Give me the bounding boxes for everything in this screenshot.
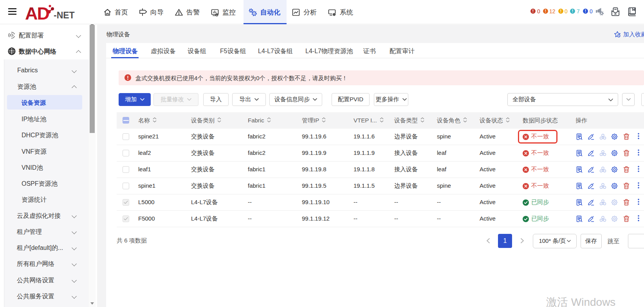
svg-text:AD: AD: [25, 4, 49, 22]
svg-text:-NET: -NET: [54, 10, 75, 20]
